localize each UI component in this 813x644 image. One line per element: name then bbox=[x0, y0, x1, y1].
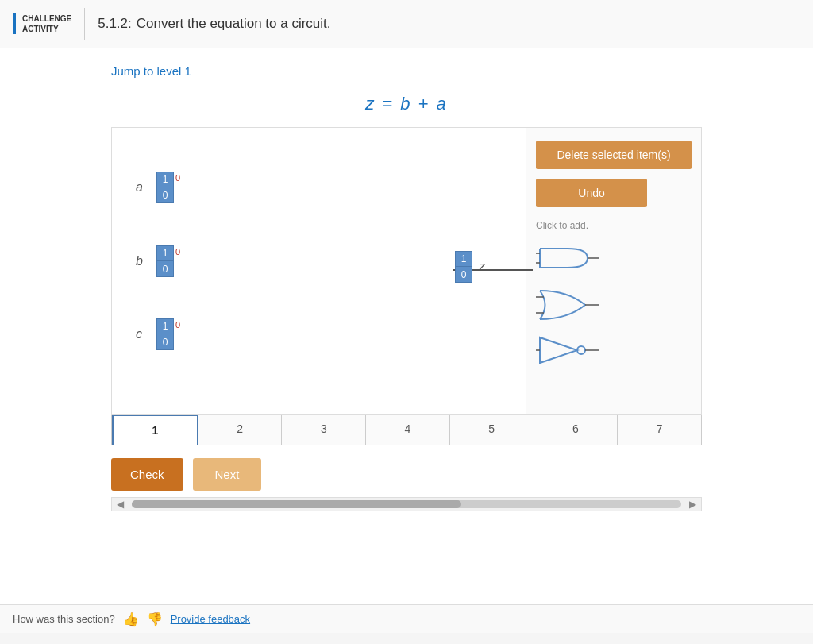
feedback-prompt: How was this section? bbox=[13, 613, 115, 625]
level-tab-5[interactable]: 5 bbox=[450, 415, 534, 445]
scroll-left-arrow[interactable]: ◀ bbox=[112, 499, 129, 510]
scrollbar[interactable]: ◀ ▶ bbox=[111, 497, 702, 511]
provide-feedback-link[interactable]: Provide feedback bbox=[171, 613, 250, 625]
output-z-top[interactable]: 1 bbox=[455, 251, 472, 267]
output-z-toggle[interactable]: 1 0 bbox=[455, 251, 472, 283]
scroll-right-arrow[interactable]: ▶ bbox=[684, 499, 701, 510]
input-b-toggle[interactable]: 1 0 0 bbox=[156, 245, 180, 277]
jump-to-level-link[interactable]: Jump to level 1 bbox=[111, 64, 191, 78]
check-button[interactable]: Check bbox=[111, 458, 183, 491]
level-tab-7[interactable]: 7 bbox=[618, 415, 701, 445]
activity-id: 5.1.2: bbox=[98, 16, 132, 32]
activity-title: Convert the equation to a circuit. bbox=[137, 16, 331, 32]
level-tab-1[interactable]: 1 bbox=[112, 415, 198, 445]
input-c-row: c 1 0 0 bbox=[136, 318, 180, 350]
bottom-bar: How was this section? 👍 👎 Provide feedba… bbox=[0, 604, 813, 633]
input-b-label: b bbox=[136, 254, 148, 268]
input-a-row: a 1 0 0 bbox=[136, 172, 180, 203]
input-a-toggle[interactable]: 1 0 0 bbox=[156, 172, 180, 203]
level-tab-2[interactable]: 2 bbox=[198, 415, 283, 445]
scroll-track[interactable] bbox=[132, 500, 681, 508]
input-c-toggle[interactable]: 1 0 0 bbox=[156, 318, 180, 350]
level-tabs: 1 2 3 4 5 6 7 bbox=[111, 415, 702, 445]
input-b-top[interactable]: 1 bbox=[156, 245, 174, 261]
input-a-top[interactable]: 1 bbox=[156, 172, 174, 187]
input-c-top[interactable]: 1 bbox=[156, 318, 174, 334]
gates-list bbox=[536, 241, 692, 368]
divider bbox=[84, 8, 85, 40]
output-z-area: 1 0 z bbox=[455, 251, 485, 283]
input-b-inactive: 0 bbox=[175, 247, 180, 256]
and-gate-option[interactable] bbox=[536, 241, 692, 278]
svg-marker-9 bbox=[540, 337, 577, 363]
level-tab-6[interactable]: 6 bbox=[534, 415, 618, 445]
not-gate-option[interactable] bbox=[536, 334, 692, 368]
delete-selected-button[interactable]: Delete selected item(s) bbox=[536, 141, 692, 169]
thumbs-down-icon[interactable]: 👎 bbox=[147, 611, 163, 627]
sidebar-panel: Delete selected item(s) Undo Click to ad… bbox=[526, 128, 701, 414]
main-content: Jump to level 1 z = b + a a 1 0 0 b bbox=[0, 48, 813, 604]
input-b-bottom[interactable]: 0 bbox=[156, 261, 174, 277]
top-bar: CHALLENGE ACTIVITY 5.1.2: Convert the eq… bbox=[0, 0, 813, 48]
circuit-canvas[interactable]: a 1 0 0 b 1 0 0 bbox=[112, 128, 526, 414]
action-row: Check Next bbox=[111, 458, 702, 491]
input-c-label: c bbox=[136, 327, 148, 341]
thumbs-up-icon[interactable]: 👍 bbox=[123, 611, 139, 627]
input-a-label: a bbox=[136, 180, 148, 195]
input-b-row: b 1 0 0 bbox=[136, 245, 180, 277]
input-c-inactive: 0 bbox=[175, 320, 180, 330]
challenge-label: CHALLENGE ACTIVITY bbox=[13, 13, 71, 34]
next-button[interactable]: Next bbox=[193, 458, 262, 491]
scroll-thumb[interactable] bbox=[132, 500, 461, 508]
input-c-bottom[interactable]: 0 bbox=[156, 334, 174, 350]
input-a-inactive: 0 bbox=[175, 173, 180, 183]
or-gate-option[interactable] bbox=[536, 284, 692, 328]
output-z-label: z bbox=[479, 260, 485, 274]
equation-display: z = b + a bbox=[111, 94, 702, 114]
circuit-area-wrapper: a 1 0 0 b 1 0 0 bbox=[111, 127, 702, 415]
output-z-bottom[interactable]: 0 bbox=[455, 267, 472, 283]
level-tab-3[interactable]: 3 bbox=[282, 415, 366, 445]
level-tab-4[interactable]: 4 bbox=[366, 415, 450, 445]
undo-button[interactable]: Undo bbox=[536, 179, 647, 207]
click-to-add-label: Click to add. bbox=[536, 220, 692, 231]
input-a-bottom[interactable]: 0 bbox=[156, 187, 174, 203]
